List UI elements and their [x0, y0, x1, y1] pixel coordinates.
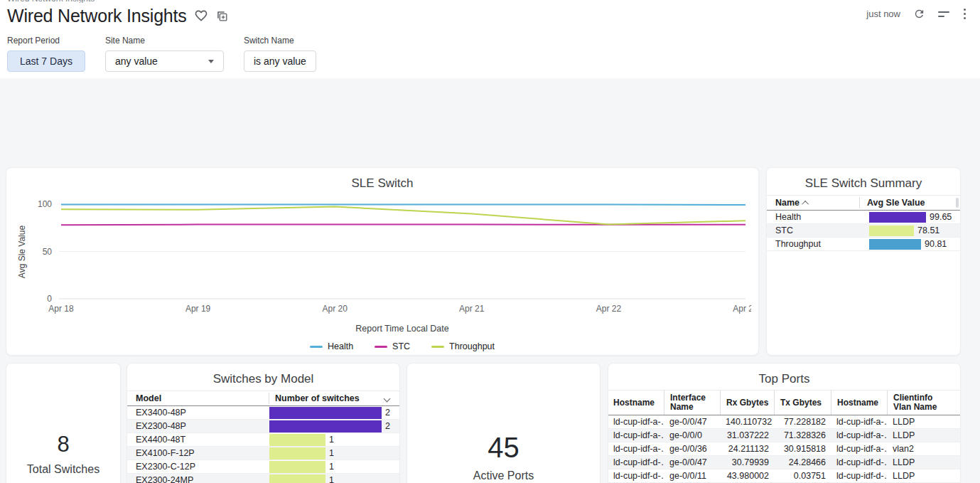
top-ports-title: Top Ports [608, 372, 960, 388]
cell: ld-cup-idf-a-… [831, 442, 887, 455]
summary-title: SLE Switch Summary [767, 176, 960, 192]
filter-control-report-period[interactable]: Last 7 Days [7, 51, 85, 72]
top-ports-body: ld-cup-idf-a-…ge-0/0/47140.11073277.2281… [608, 415, 960, 483]
more-options-icon[interactable] [962, 7, 967, 21]
table-row: Health99.65 [767, 211, 960, 224]
model-name: EX4100-F-12P [136, 448, 269, 458]
svg-text:Apr 18: Apr 18 [48, 304, 74, 314]
cell: ld-cup-idf-a-… [831, 429, 887, 442]
summary-col-name[interactable]: Name [775, 198, 859, 208]
table-row: EX4400-48T1 [127, 433, 399, 447]
active-ports-value: 45 [407, 432, 600, 464]
sle-value: 90.81 [925, 239, 947, 249]
cell: ld-cup-idf-a-… [831, 415, 887, 428]
sle-summary-card: SLE Switch Summary Name Avg Sle Value He… [766, 167, 961, 356]
filter-control-site-name[interactable]: any value [105, 51, 224, 72]
model-name: EX3400-48P [136, 408, 269, 418]
count-bar [269, 447, 325, 460]
model-col-model[interactable]: Model [136, 393, 269, 403]
cell: 43.980002 [720, 469, 774, 482]
cell: ld-cup-idf-d-… [831, 456, 887, 469]
sle-name: Health [775, 212, 869, 222]
vertical-scrollbar[interactable] [956, 198, 959, 208]
count-bar [269, 420, 382, 432]
model-col-count[interactable]: Number of switches [269, 393, 384, 403]
sle-switch-line-chart[interactable]: 100500Apr 18Apr 19Apr 20Apr 21Apr 22Apr … [15, 193, 750, 322]
cell: ge-0/0/36 [664, 442, 720, 455]
filter-bar: Report PeriodLast 7 DaysSite Nameany val… [7, 36, 316, 72]
cell: ld-cup-idf-a-… [608, 442, 664, 455]
summary-col-value[interactable]: Avg Sle Value [860, 198, 925, 208]
model-name: EX2300-C-12P [136, 462, 269, 472]
filter-control-switch-name[interactable]: is any value [244, 51, 316, 72]
sort-desc-icon [384, 395, 391, 402]
count-value: 1 [329, 448, 334, 458]
model-table-body: EX3400-48P2EX2300-48P2EX4400-48T1EX4100-… [127, 406, 399, 483]
cell: 77.228182 [774, 415, 831, 428]
filter-label: Switch Name [244, 36, 316, 46]
top-ports-card: Top Ports HostnameInterface NameRx Gbyte… [608, 363, 961, 483]
sort-asc-icon [802, 200, 809, 207]
sle-name: STC [775, 225, 869, 235]
count-bar [269, 461, 325, 473]
cell: ge-0/0/47 [664, 415, 720, 428]
sle-name: Throughput [775, 239, 869, 249]
dashboard-page: Wired Network Insights Wired Network Ins… [0, 0, 980, 483]
chart-title: SLE Switch [6, 176, 758, 192]
active-ports-card: 45 Active Ports [406, 363, 601, 483]
favorite-heart-icon[interactable] [194, 9, 208, 23]
refresh-icon[interactable] [913, 8, 925, 20]
duplicate-icon[interactable] [215, 9, 229, 23]
table-row: EX4100-F-12P1 [127, 447, 399, 460]
header: Wired Network Insights just now [7, 4, 967, 27]
sle-switch-card: SLE Switch 100500Apr 18Apr 19Apr 20Apr 2… [6, 167, 759, 356]
table-row: Throughput90.81 [767, 238, 960, 251]
legend-swatch-stc [375, 346, 387, 348]
top-ports-col-clientinfo-vlan-name[interactable]: Clientinfo Vlan Name [887, 391, 944, 415]
cell: ge-0/0/47 [664, 456, 720, 469]
summary-table-body: Health99.65STC78.51Throughput90.81 [767, 211, 960, 251]
cell: ld-cup-idf-d-… [608, 456, 664, 469]
cell: ge-0/0/11 [664, 469, 720, 482]
cell: ld-cup-idf-d-… [831, 469, 887, 482]
table-row: EX3400-48P2 [127, 406, 399, 420]
legend-item-stc[interactable]: STC [375, 341, 410, 351]
summary-table-header: Name Avg Sle Value [767, 195, 960, 211]
cell: ld-cup-idf-d-… [608, 469, 664, 482]
count-bar [269, 407, 382, 419]
page-title: Wired Network Insights [7, 6, 187, 26]
sle-value: 78.51 [917, 225, 939, 235]
cell: LLDP [887, 429, 944, 442]
legend-label: Health [328, 341, 353, 351]
top-ports-col-hostname[interactable]: Hostname [608, 391, 664, 415]
filter-report-period: Report PeriodLast 7 Days [7, 36, 85, 72]
top-ports-col-tx-gbytes[interactable]: Tx Gbytes [774, 391, 831, 415]
value-bar [869, 225, 914, 236]
count-bar [269, 474, 325, 483]
top-ports-col-interface-name[interactable]: Interface Name [664, 391, 720, 415]
count-value: 1 [329, 475, 334, 483]
dashboard-filters-icon[interactable] [938, 11, 949, 17]
legend-item-health[interactable]: Health [310, 341, 353, 351]
filter-value: Last 7 Days [20, 55, 72, 67]
cell: 30.915818 [774, 442, 831, 455]
legend-label: Throughput [449, 341, 495, 351]
table-row: ld-cup-idf-a-…ge-0/0/3624.21113230.91581… [608, 442, 960, 456]
table-row: EX2300-24MP1 [127, 474, 399, 483]
count-value: 2 [385, 421, 390, 431]
svg-text:Apr 21: Apr 21 [459, 304, 485, 314]
filter-value: is any value [254, 55, 306, 67]
legend-item-throughput[interactable]: Throughput [431, 341, 495, 351]
cell: vlan2 [887, 442, 944, 455]
svg-text:Apr 19: Apr 19 [185, 304, 211, 314]
count-bar [269, 434, 325, 446]
filter-switch-name: Switch Nameis any value [244, 36, 316, 72]
cell: 0.03751 [774, 469, 831, 482]
count-value: 1 [329, 435, 334, 445]
top-ports-col-rx-gbytes[interactable]: Rx Gbytes [720, 391, 774, 415]
table-row: ld-cup-idf-d-…ge-0/0/4730.7993924.28466l… [608, 456, 960, 469]
table-row: ld-cup-idf-a-…ge-0/0/031.03722271.328326… [608, 429, 960, 442]
top-ports-col-hostname[interactable]: Hostname [831, 391, 887, 415]
total-switches-card: 8 Total Switches 7 Virtual Chassis [6, 363, 121, 483]
cell: 24.28466 [774, 456, 831, 469]
